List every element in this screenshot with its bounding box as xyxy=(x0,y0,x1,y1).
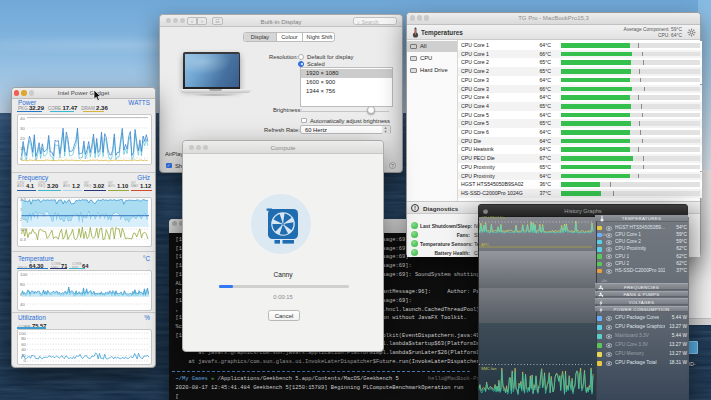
svg-text:80: 80 xyxy=(20,282,25,287)
svg-text:40: 40 xyxy=(21,347,26,352)
svg-text:0.3: 0.3 xyxy=(20,237,27,242)
svg-text:20: 20 xyxy=(20,136,25,141)
svg-text:SMC fan: SMC fan xyxy=(481,366,497,371)
svg-text:APC: APC xyxy=(481,242,489,247)
svg-text:CPU PECI Die: CPU PECI Die xyxy=(481,216,506,220)
svg-text:40: 40 xyxy=(20,302,25,307)
svg-text:80: 80 xyxy=(21,336,26,341)
svg-text:30: 30 xyxy=(20,126,25,131)
svg-text:100: 100 xyxy=(19,331,27,336)
svg-text:100: 100 xyxy=(20,272,28,277)
svg-text:40: 40 xyxy=(20,116,25,121)
svg-text:60: 60 xyxy=(21,342,26,347)
